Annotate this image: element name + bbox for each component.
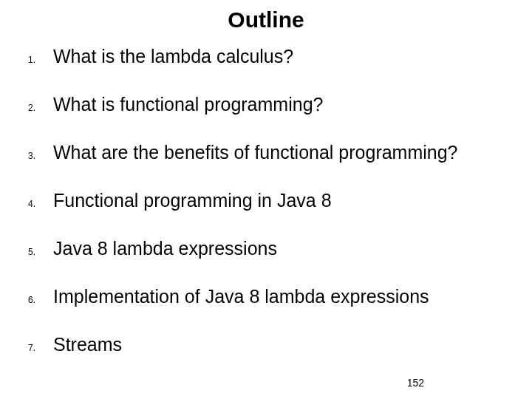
list-item: 1. What is the lambda calculus? — [28, 46, 517, 67]
item-number: 3. — [28, 151, 38, 161]
item-number: 6. — [28, 295, 38, 305]
item-text: What is the lambda calculus? — [53, 46, 293, 67]
item-number: 7. — [28, 343, 38, 353]
item-number: 5. — [28, 247, 38, 257]
list-item: 4. Functional programming in Java 8 — [28, 190, 517, 211]
page-number: 152 — [407, 377, 424, 389]
list-item: 5. Java 8 lambda expressions — [28, 238, 517, 259]
item-text: Streams — [53, 334, 122, 355]
item-number: 1. — [28, 55, 38, 65]
item-text: What is functional programming? — [53, 94, 323, 115]
list-item: 3. What are the benefits of functional p… — [28, 142, 517, 163]
item-text: Functional programming in Java 8 — [53, 190, 332, 211]
item-text: Java 8 lambda expressions — [53, 238, 277, 259]
item-number: 4. — [28, 199, 38, 209]
outline-list: 1. What is the lambda calculus? 2. What … — [15, 46, 517, 355]
slide-container: Outline 1. What is the lambda calculus? … — [0, 0, 532, 399]
list-item: 6. Implementation of Java 8 lambda expre… — [28, 286, 517, 307]
item-text: What are the benefits of functional prog… — [53, 142, 458, 163]
list-item: 7. Streams — [28, 334, 517, 355]
list-item: 2. What is functional programming? — [28, 94, 517, 115]
slide-title: Outline — [15, 7, 517, 33]
item-number: 2. — [28, 103, 38, 113]
item-text: Implementation of Java 8 lambda expressi… — [53, 286, 429, 307]
